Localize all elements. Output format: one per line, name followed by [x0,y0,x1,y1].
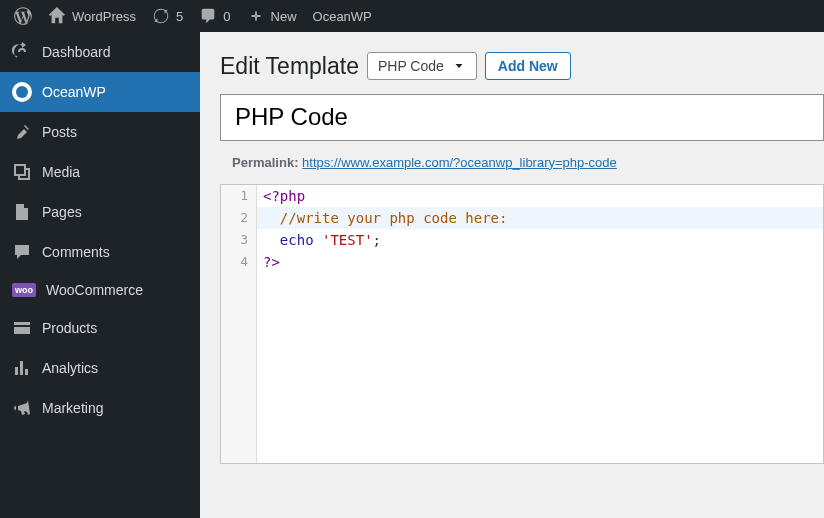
admin-bar: WordPress 5 0 New OceanWP [0,0,824,32]
permalink-url[interactable]: https://www.example.com/?oceanwp_library… [302,155,617,170]
media-icon [12,162,32,182]
oceanwp-icon [12,82,32,102]
code-line: <?php [257,185,823,207]
sidebar-item-posts[interactable]: Posts [0,112,200,152]
dashboard-icon [12,42,32,62]
code-body: <?php //write your php code here: echo '… [257,185,823,273]
line-number: 2 [221,207,256,229]
update-icon [152,7,170,25]
updates-link[interactable]: 5 [144,0,191,32]
sidebar-item-products[interactable]: Products [0,308,200,348]
code-line: ?> [257,251,823,273]
page-title: Edit Template [220,53,359,80]
line-number: 1 [221,185,256,207]
line-gutter: 1 2 3 4 [221,185,257,463]
theme-label: OceanWP [313,9,372,24]
sidebar-item-woocommerce[interactable]: wooWooCommerce [0,272,200,308]
plus-icon [247,7,265,25]
sidebar-item-label: Products [42,320,97,336]
sidebar-item-label: OceanWP [42,84,106,100]
products-icon [12,318,32,338]
code-editor[interactable]: 1 2 3 4 <?php //write your php code here… [220,184,824,464]
sidebar-item-label: Analytics [42,360,98,376]
add-new-button[interactable]: Add New [485,52,571,80]
permalink-row: Permalink: https://www.example.com/?ocea… [232,155,824,170]
sidebar-item-label: Media [42,164,80,180]
theme-link[interactable]: OceanWP [305,0,380,32]
new-label: New [271,9,297,24]
sidebar-item-label: Posts [42,124,77,140]
update-count: 5 [176,9,183,24]
sidebar-item-dashboard[interactable]: Dashboard [0,32,200,72]
site-link[interactable]: WordPress [40,0,144,32]
sidebar-item-oceanwp[interactable]: OceanWP [0,72,200,112]
post-title-input[interactable] [220,94,824,141]
sidebar-item-analytics[interactable]: Analytics [0,348,200,388]
sidebar-item-marketing[interactable]: Marketing [0,388,200,428]
template-type-select[interactable]: PHP Code [367,52,477,80]
line-number: 3 [221,229,256,251]
main-content: Edit Template PHP Code Add New Permalink… [200,32,824,518]
site-name: WordPress [72,9,136,24]
comment-count: 0 [223,9,230,24]
comments-icon [12,242,32,262]
sidebar-item-comments[interactable]: Comments [0,232,200,272]
analytics-icon [12,358,32,378]
admin-sidebar: Dashboard OceanWP Posts Media Pages Comm… [0,32,200,518]
line-number: 4 [221,251,256,273]
sidebar-item-label: Marketing [42,400,103,416]
page-icon [12,202,32,222]
sidebar-item-pages[interactable]: Pages [0,192,200,232]
sidebar-item-label: Comments [42,244,110,260]
comment-icon [199,7,217,25]
code-line: echo 'TEST'; [257,229,823,251]
sidebar-item-label: Pages [42,204,82,220]
wp-logo[interactable] [6,0,40,32]
sidebar-item-media[interactable]: Media [0,152,200,192]
megaphone-icon [12,398,32,418]
chevron-down-icon [452,59,466,73]
comments-link[interactable]: 0 [191,0,238,32]
sidebar-item-label: WooCommerce [46,282,143,298]
new-link[interactable]: New [239,0,305,32]
sidebar-item-label: Dashboard [42,44,111,60]
woo-icon: woo [12,283,36,297]
permalink-label: Permalink: [232,155,298,170]
home-icon [48,7,66,25]
template-type-value: PHP Code [378,58,444,74]
wordpress-icon [14,7,32,25]
pin-icon [12,122,32,142]
code-line: //write your php code here: [257,207,823,229]
